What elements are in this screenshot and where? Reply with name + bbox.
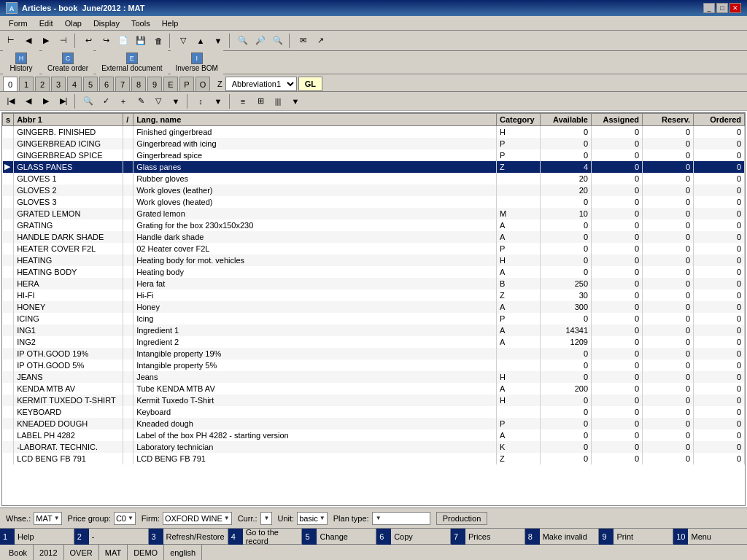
nav-last[interactable]: ▶| [55,93,71,109]
production-button[interactable]: Production [436,512,488,525]
table-row[interactable]: HEATER COVER F2L02 Heater cover F2LP0000 [3,243,745,254]
price-group-dropdown[interactable]: C0 ▼ [114,512,136,525]
nav-mark[interactable]: ✓ [98,93,114,109]
tab-0[interactable]: 0 [3,77,18,91]
fk-5[interactable]: 5 Change [302,529,376,545]
nav-add[interactable]: + [115,93,131,109]
table-row[interactable]: GINGERBREAD ICINGGingerbread with icingP… [3,138,745,149]
tab-2[interactable]: 2 [35,77,50,91]
tab-3[interactable]: 3 [51,77,66,91]
abbreviation-select[interactable]: Abbreviation1 [225,77,297,91]
table-row[interactable]: KEYBOARDKeyboard0000 [3,406,745,418]
table-row[interactable]: -LABORAT. TECHNIC.Laboratory technicianK… [3,441,745,453]
table-row[interactable]: HONEYHoneyA300000 [3,301,745,313]
tab-o[interactable]: O [196,77,210,91]
table-row[interactable]: GLOVES 3Work gloves (heated)0000 [3,196,745,208]
nav-next[interactable]: ▶ [38,93,54,109]
nav-grid[interactable]: ⊞ [252,93,268,109]
fk-9[interactable]: 9 Print [599,529,673,545]
table-row[interactable]: ING1Ingredient 1A14341000 [3,324,745,336]
curr-dropdown[interactable]: ▼ [260,512,272,525]
tb-first[interactable]: ⊢ [3,33,19,49]
table-row[interactable]: HERAHera fatB250000 [3,278,745,289]
table-row[interactable]: GINGERBREAD SPICEGingerbread spiceP0000 [3,149,745,161]
close-button[interactable]: ✕ [729,3,741,13]
table-row[interactable]: IP OTH.GOOD 5%Intangible property 5%0000 [3,359,745,371]
table-row[interactable]: HI-FIHi-FiZ30000 [3,289,745,301]
menu-display[interactable]: Display [88,18,125,29]
tb-sort-desc[interactable]: ▼ [210,33,226,49]
menu-edit[interactable]: Edit [34,18,59,29]
table-row[interactable]: IP OTH.GOOD 19%Intangible property 19%00… [3,348,745,359]
tab-4[interactable]: 4 [67,77,82,91]
table-row[interactable]: LABEL PH 4282Label of the box PH 4282 - … [3,429,745,441]
tab-7[interactable]: 7 [115,77,130,91]
nav-first[interactable]: |◀ [3,93,19,109]
tb-undo[interactable]: ↩ [80,33,96,49]
fk-10[interactable]: 10 Menu [673,529,747,545]
table-row[interactable]: GLOVES 2Work gloves (leather)20000 [3,184,745,196]
nav-prev[interactable]: ◀ [20,93,36,109]
menu-olap[interactable]: Olap [59,18,88,29]
menu-tools[interactable]: Tools [125,18,156,29]
firm-dropdown[interactable]: OXFORD WINE ▼ [163,512,232,525]
table-row[interactable]: ING2Ingredient 2A1209000 [3,336,745,348]
external-document-button[interactable]: E External document [96,50,167,74]
nav-list[interactable]: ≡ [235,93,251,109]
table-row[interactable]: HEATINGHeating body for mot. vehiclesH00… [3,254,745,266]
minimize-button[interactable]: _ [703,3,715,13]
table-row[interactable]: HEATING BODYHeating bodyA0000 [3,266,745,278]
tb-filter[interactable]: ▽ [175,33,191,49]
plan-type-dropdown[interactable]: ▼ [372,512,430,525]
tb-new[interactable]: 📄 [115,33,131,49]
table-row[interactable]: KERMIT TUXEDO T-SHIRTKermit Tuxedo T-Shi… [3,394,745,406]
tb-delete[interactable]: 🗑 [150,33,166,49]
tab-8[interactable]: 8 [131,77,146,91]
tab-1[interactable]: 1 [19,77,34,91]
fk-1[interactable]: 1 Help [0,529,74,545]
fk-6[interactable]: 6 Copy [376,529,451,545]
tb-last[interactable]: ⊣ [55,33,71,49]
nav-filter-dropdown[interactable]: ▼ [168,93,184,109]
fk-3[interactable]: 3 Refresh/Restore [149,529,228,545]
nav-filter2[interactable]: ▽ [150,93,166,109]
inverse-bom-button[interactable]: I Inverse BOM [171,50,223,74]
tab-e[interactable]: E [163,77,178,91]
table-row[interactable]: LCD BENG FB 791LCD BENG FB 791Z0000 [3,453,745,464]
nav-find[interactable]: 🔍 [80,93,96,109]
maximize-button[interactable]: □ [716,3,728,13]
tb-prev[interactable]: ◀ [20,33,36,49]
tb-next[interactable]: ▶ [38,33,54,49]
col-abbr[interactable]: Abbr 1 [14,114,123,126]
history-button[interactable]: H History [3,50,39,74]
fk-8[interactable]: 8 Make invalid [525,529,600,545]
col-name[interactable]: Lang. name [133,114,497,126]
col-category[interactable]: Category [497,114,541,126]
col-available[interactable]: Available [541,114,592,126]
tb-sort-asc[interactable]: ▲ [193,33,209,49]
nav-sort-dropdown[interactable]: ▼ [210,93,226,109]
tab-9[interactable]: 9 [147,77,162,91]
col-assigned[interactable]: Assigned [592,114,643,126]
table-row[interactable]: ▶GLASS PANESGlass panesZ4000 [3,161,745,173]
menu-form[interactable]: Form [3,18,34,29]
tab-p[interactable]: P [179,77,194,91]
table-row[interactable]: KNEADED DOUGHKneaded doughP0000 [3,418,745,429]
tb-search[interactable]: 🔍 [235,33,251,49]
table-row[interactable]: HANDLE DARK SHADEHandle dark shadeA0000 [3,231,745,243]
col-reserv[interactable]: Reserv. [643,114,694,126]
col-ordered[interactable]: Ordered [694,114,745,126]
table-row[interactable]: GRATINGGrating for the box 230x150x230A0… [3,219,745,231]
create-order-button[interactable]: C Create order [42,50,93,74]
tb-mail[interactable]: ✉ [295,33,311,49]
tb-export[interactable]: ↗ [312,33,328,49]
nav-sort[interactable]: ↕ [193,93,209,109]
fk-4[interactable]: 4 Go to the record [228,529,303,545]
unit-dropdown[interactable]: basic ▼ [297,512,328,525]
gl-tab[interactable]: GL [298,77,322,91]
table-row[interactable]: ICINGIcingP0000 [3,313,745,324]
tb-redo[interactable]: ↪ [98,33,114,49]
tb-save[interactable]: 💾 [133,33,149,49]
tb-search3[interactable]: 🔍 [270,33,286,49]
fk-2[interactable]: 2 - [74,529,149,545]
